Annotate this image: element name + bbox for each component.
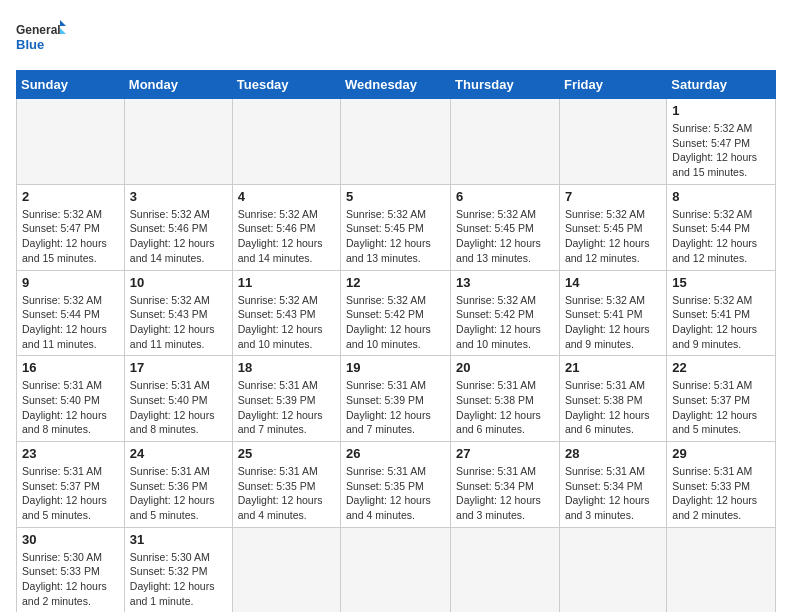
day-number: 13 — [456, 275, 554, 290]
day-number: 29 — [672, 446, 770, 461]
calendar-cell: 12Sunrise: 5:32 AM Sunset: 5:42 PM Dayli… — [341, 270, 451, 356]
day-info: Sunrise: 5:31 AM Sunset: 5:35 PM Dayligh… — [346, 464, 445, 523]
day-info: Sunrise: 5:32 AM Sunset: 5:45 PM Dayligh… — [346, 207, 445, 266]
col-header-friday: Friday — [559, 71, 666, 99]
day-info: Sunrise: 5:30 AM Sunset: 5:32 PM Dayligh… — [130, 550, 227, 609]
calendar-cell: 21Sunrise: 5:31 AM Sunset: 5:38 PM Dayli… — [559, 356, 666, 442]
calendar-cell: 20Sunrise: 5:31 AM Sunset: 5:38 PM Dayli… — [451, 356, 560, 442]
calendar-cell: 31Sunrise: 5:30 AM Sunset: 5:32 PM Dayli… — [124, 527, 232, 612]
calendar-cell: 14Sunrise: 5:32 AM Sunset: 5:41 PM Dayli… — [559, 270, 666, 356]
day-number: 18 — [238, 360, 335, 375]
calendar-cell: 27Sunrise: 5:31 AM Sunset: 5:34 PM Dayli… — [451, 442, 560, 528]
calendar-cell: 3Sunrise: 5:32 AM Sunset: 5:46 PM Daylig… — [124, 184, 232, 270]
calendar-cell: 10Sunrise: 5:32 AM Sunset: 5:43 PM Dayli… — [124, 270, 232, 356]
day-number: 9 — [22, 275, 119, 290]
day-info: Sunrise: 5:31 AM Sunset: 5:39 PM Dayligh… — [346, 378, 445, 437]
day-number: 30 — [22, 532, 119, 547]
calendar-week-row: 23Sunrise: 5:31 AM Sunset: 5:37 PM Dayli… — [17, 442, 776, 528]
calendar-cell — [341, 99, 451, 185]
day-info: Sunrise: 5:32 AM Sunset: 5:47 PM Dayligh… — [672, 121, 770, 180]
calendar-cell: 16Sunrise: 5:31 AM Sunset: 5:40 PM Dayli… — [17, 356, 125, 442]
day-number: 22 — [672, 360, 770, 375]
calendar-cell: 26Sunrise: 5:31 AM Sunset: 5:35 PM Dayli… — [341, 442, 451, 528]
svg-marker-3 — [60, 28, 66, 34]
day-info: Sunrise: 5:31 AM Sunset: 5:36 PM Dayligh… — [130, 464, 227, 523]
day-info: Sunrise: 5:32 AM Sunset: 5:42 PM Dayligh… — [456, 293, 554, 352]
day-info: Sunrise: 5:31 AM Sunset: 5:38 PM Dayligh… — [565, 378, 661, 437]
calendar-cell: 2Sunrise: 5:32 AM Sunset: 5:47 PM Daylig… — [17, 184, 125, 270]
calendar-week-row: 1Sunrise: 5:32 AM Sunset: 5:47 PM Daylig… — [17, 99, 776, 185]
day-info: Sunrise: 5:31 AM Sunset: 5:37 PM Dayligh… — [672, 378, 770, 437]
day-number: 7 — [565, 189, 661, 204]
calendar-cell: 23Sunrise: 5:31 AM Sunset: 5:37 PM Dayli… — [17, 442, 125, 528]
calendar-cell: 13Sunrise: 5:32 AM Sunset: 5:42 PM Dayli… — [451, 270, 560, 356]
day-number: 21 — [565, 360, 661, 375]
day-info: Sunrise: 5:32 AM Sunset: 5:43 PM Dayligh… — [238, 293, 335, 352]
calendar-cell: 25Sunrise: 5:31 AM Sunset: 5:35 PM Dayli… — [232, 442, 340, 528]
day-info: Sunrise: 5:32 AM Sunset: 5:46 PM Dayligh… — [130, 207, 227, 266]
svg-text:Blue: Blue — [16, 37, 44, 52]
day-info: Sunrise: 5:31 AM Sunset: 5:33 PM Dayligh… — [672, 464, 770, 523]
day-info: Sunrise: 5:32 AM Sunset: 5:42 PM Dayligh… — [346, 293, 445, 352]
calendar-week-row: 30Sunrise: 5:30 AM Sunset: 5:33 PM Dayli… — [17, 527, 776, 612]
col-header-monday: Monday — [124, 71, 232, 99]
calendar-cell — [124, 99, 232, 185]
logo: General Blue — [16, 16, 66, 58]
day-number: 28 — [565, 446, 661, 461]
calendar-cell — [451, 99, 560, 185]
header: General Blue — [16, 16, 776, 58]
col-header-wednesday: Wednesday — [341, 71, 451, 99]
calendar-cell: 18Sunrise: 5:31 AM Sunset: 5:39 PM Dayli… — [232, 356, 340, 442]
calendar-cell: 6Sunrise: 5:32 AM Sunset: 5:45 PM Daylig… — [451, 184, 560, 270]
svg-marker-2 — [60, 20, 66, 26]
day-info: Sunrise: 5:31 AM Sunset: 5:35 PM Dayligh… — [238, 464, 335, 523]
day-number: 19 — [346, 360, 445, 375]
logo-svg: General Blue — [16, 16, 66, 58]
calendar-cell: 28Sunrise: 5:31 AM Sunset: 5:34 PM Dayli… — [559, 442, 666, 528]
day-number: 6 — [456, 189, 554, 204]
day-number: 17 — [130, 360, 227, 375]
calendar-header-row: SundayMondayTuesdayWednesdayThursdayFrid… — [17, 71, 776, 99]
day-number: 8 — [672, 189, 770, 204]
calendar-cell: 7Sunrise: 5:32 AM Sunset: 5:45 PM Daylig… — [559, 184, 666, 270]
calendar-cell: 24Sunrise: 5:31 AM Sunset: 5:36 PM Dayli… — [124, 442, 232, 528]
calendar-cell: 29Sunrise: 5:31 AM Sunset: 5:33 PM Dayli… — [667, 442, 776, 528]
day-number: 1 — [672, 103, 770, 118]
calendar-cell: 11Sunrise: 5:32 AM Sunset: 5:43 PM Dayli… — [232, 270, 340, 356]
day-number: 2 — [22, 189, 119, 204]
day-number: 4 — [238, 189, 335, 204]
day-number: 3 — [130, 189, 227, 204]
day-info: Sunrise: 5:31 AM Sunset: 5:39 PM Dayligh… — [238, 378, 335, 437]
day-number: 12 — [346, 275, 445, 290]
day-number: 15 — [672, 275, 770, 290]
day-number: 24 — [130, 446, 227, 461]
day-number: 11 — [238, 275, 335, 290]
calendar-cell: 9Sunrise: 5:32 AM Sunset: 5:44 PM Daylig… — [17, 270, 125, 356]
day-info: Sunrise: 5:31 AM Sunset: 5:38 PM Dayligh… — [456, 378, 554, 437]
col-header-thursday: Thursday — [451, 71, 560, 99]
calendar-cell: 4Sunrise: 5:32 AM Sunset: 5:46 PM Daylig… — [232, 184, 340, 270]
day-info: Sunrise: 5:32 AM Sunset: 5:43 PM Dayligh… — [130, 293, 227, 352]
day-info: Sunrise: 5:32 AM Sunset: 5:45 PM Dayligh… — [565, 207, 661, 266]
calendar-cell: 5Sunrise: 5:32 AM Sunset: 5:45 PM Daylig… — [341, 184, 451, 270]
calendar-cell: 1Sunrise: 5:32 AM Sunset: 5:47 PM Daylig… — [667, 99, 776, 185]
day-info: Sunrise: 5:32 AM Sunset: 5:41 PM Dayligh… — [565, 293, 661, 352]
day-info: Sunrise: 5:31 AM Sunset: 5:40 PM Dayligh… — [22, 378, 119, 437]
day-number: 16 — [22, 360, 119, 375]
day-info: Sunrise: 5:31 AM Sunset: 5:37 PM Dayligh… — [22, 464, 119, 523]
day-info: Sunrise: 5:32 AM Sunset: 5:47 PM Dayligh… — [22, 207, 119, 266]
calendar-cell: 19Sunrise: 5:31 AM Sunset: 5:39 PM Dayli… — [341, 356, 451, 442]
day-info: Sunrise: 5:32 AM Sunset: 5:45 PM Dayligh… — [456, 207, 554, 266]
calendar-cell: 30Sunrise: 5:30 AM Sunset: 5:33 PM Dayli… — [17, 527, 125, 612]
day-number: 14 — [565, 275, 661, 290]
calendar-table: SundayMondayTuesdayWednesdayThursdayFrid… — [16, 70, 776, 612]
day-number: 27 — [456, 446, 554, 461]
day-info: Sunrise: 5:32 AM Sunset: 5:46 PM Dayligh… — [238, 207, 335, 266]
day-info: Sunrise: 5:31 AM Sunset: 5:34 PM Dayligh… — [456, 464, 554, 523]
calendar-cell: 8Sunrise: 5:32 AM Sunset: 5:44 PM Daylig… — [667, 184, 776, 270]
calendar-cell — [451, 527, 560, 612]
day-number: 23 — [22, 446, 119, 461]
calendar-cell: 22Sunrise: 5:31 AM Sunset: 5:37 PM Dayli… — [667, 356, 776, 442]
calendar-cell — [232, 99, 340, 185]
calendar-cell — [559, 527, 666, 612]
